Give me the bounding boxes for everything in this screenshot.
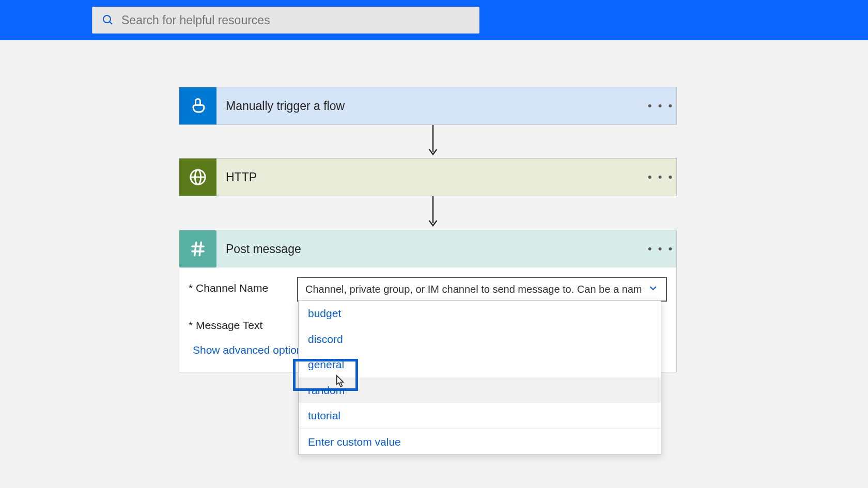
dropdown-item-budget[interactable]: budget	[299, 301, 661, 326]
card-title: Manually trigger a flow	[216, 99, 645, 113]
field-channel-name: * Channel Name Channel, private group, o…	[189, 277, 667, 302]
svg-point-0	[103, 15, 111, 23]
more-button[interactable]: • • •	[645, 170, 676, 184]
card-http[interactable]: HTTP • • •	[179, 158, 677, 196]
connector-arrow	[427, 196, 429, 230]
dropdown-item-discord[interactable]: discord	[299, 326, 661, 352]
globe-icon	[179, 159, 216, 196]
search-icon	[102, 14, 114, 26]
dropdown-item-random[interactable]: random	[299, 377, 661, 403]
more-button[interactable]: • • •	[645, 99, 676, 113]
card-manually-trigger[interactable]: Manually trigger a flow • • •	[179, 87, 677, 125]
hash-icon	[179, 230, 216, 267]
dropdown-item-general[interactable]: general	[299, 352, 661, 377]
card-title: HTTP	[216, 170, 645, 184]
top-bar	[0, 0, 868, 40]
svg-line-10	[199, 242, 201, 255]
channel-name-select[interactable]: Channel, private group, or IM channel to…	[297, 277, 667, 302]
connector-arrow	[427, 125, 429, 159]
field-label: * Channel Name	[189, 277, 297, 294]
svg-line-1	[110, 22, 112, 24]
search-input[interactable]	[121, 13, 470, 27]
more-button[interactable]: • • •	[645, 242, 676, 256]
channel-dropdown[interactable]: budget discord general random tutorial E…	[298, 300, 661, 455]
chevron-down-icon	[647, 282, 659, 296]
field-label: * Message Text	[189, 314, 297, 332]
card-title: Post message	[216, 242, 645, 256]
dropdown-item-custom[interactable]: Enter custom value	[299, 429, 661, 455]
select-placeholder: Channel, private group, or IM channel to…	[305, 284, 642, 295]
search-box[interactable]	[92, 7, 479, 34]
svg-line-9	[195, 242, 196, 255]
required-asterisk: *	[189, 319, 193, 331]
dropdown-item-tutorial[interactable]: tutorial	[299, 403, 661, 429]
required-asterisk: *	[189, 282, 193, 294]
touch-icon	[179, 87, 216, 124]
